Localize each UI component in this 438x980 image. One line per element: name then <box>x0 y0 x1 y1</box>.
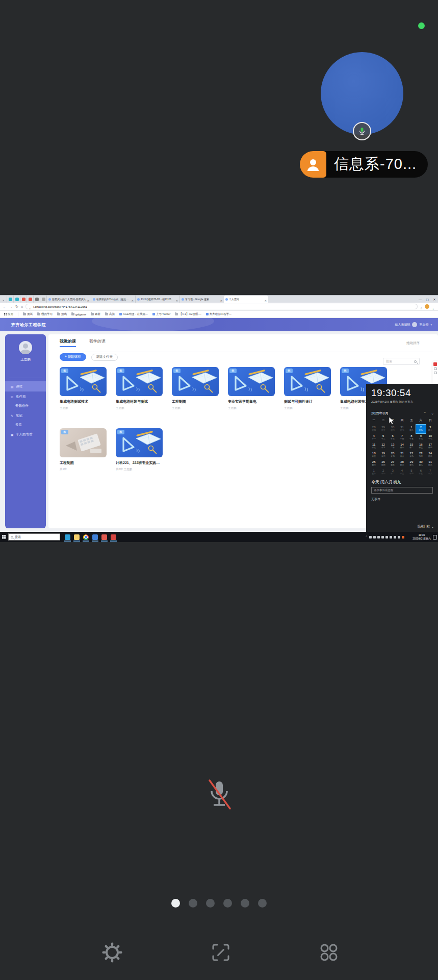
calendar-day[interactable]: 23七月 <box>416 451 425 459</box>
sidebar-item-云盘[interactable]: 云盘 <box>5 421 46 429</box>
calendar-day[interactable]: 8十五 <box>407 433 416 442</box>
start-button[interactable] <box>0 532 8 542</box>
course-card[interactable]: 教专业实践学期集电王思鹏 <box>228 367 275 410</box>
bookmark-item[interactable]: galgame <box>71 313 86 316</box>
tab-search-icon[interactable]: ⌄ <box>0 296 7 303</box>
course-card[interactable]: 教工程制图王思鹏 <box>172 367 219 410</box>
tab-close-icon[interactable] <box>265 296 267 303</box>
pager-dot[interactable] <box>171 899 180 908</box>
pinned-tab[interactable] <box>33 296 40 303</box>
calendar-day[interactable]: 1初十 <box>369 468 378 477</box>
tray-icon[interactable] <box>385 536 388 538</box>
pinned-tab[interactable] <box>20 296 27 303</box>
settings-gear-icon[interactable] <box>101 941 123 964</box>
sidebar-item-课程[interactable]: ▤课程 <box>5 381 46 391</box>
calendar-day[interactable]: 19廿六 <box>378 451 388 459</box>
close-icon[interactable]: ✕ <box>431 296 438 303</box>
course-card[interactable]: 教工程制图共1班 <box>60 428 107 471</box>
sidebar-item-收件箱[interactable]: ✉收件箱 <box>5 391 46 402</box>
calendar-month-label[interactable]: 2025年8月 <box>371 411 388 416</box>
drag-sort-link[interactable]: 拖动排序 <box>406 341 420 346</box>
course-card[interactable]: 教计科221、222班专业实践学期共6班 王思鹏 <box>116 428 163 471</box>
calendar-day[interactable]: 27初五 <box>388 459 397 468</box>
calendar-day[interactable]: 7十六 <box>426 468 435 477</box>
taskbar-app-icon[interactable] <box>110 533 117 542</box>
calendar-day[interactable]: 14廿一 <box>397 442 406 451</box>
bookmark-item[interactable]: 我的学习 <box>37 312 53 316</box>
tray-expand-icon[interactable]: ⌃ <box>365 536 368 538</box>
bookmark-item[interactable]: 素材 <box>91 312 100 316</box>
tray-icon[interactable] <box>390 536 392 538</box>
tray-icon[interactable] <box>373 536 376 538</box>
calendar-day[interactable]: 4十三 <box>397 468 406 477</box>
calendar-day[interactable]: 15廿二 <box>407 442 416 451</box>
taskbar-app-icon[interactable] <box>73 533 80 542</box>
calendar-day[interactable]: 17廿四 <box>426 442 435 451</box>
tray-icon[interactable] <box>398 536 400 538</box>
widget-icon[interactable] <box>434 368 437 370</box>
sidebar-item-笔记[interactable]: ✎笔记 <box>5 410 46 421</box>
calendar-day[interactable]: 7十四 <box>397 433 406 442</box>
participant-mic-button[interactable] <box>353 122 371 140</box>
calendar-day[interactable]: 28初六 <box>397 459 406 468</box>
maximize-icon[interactable]: ▢ <box>424 296 431 303</box>
bookmark-item[interactable]: 齐齐哈尔工程学... <box>206 312 231 316</box>
floating-side-widget[interactable] <box>432 361 438 385</box>
bookmark-item[interactable]: 应用 <box>4 312 13 316</box>
portal-user-avatar[interactable] <box>412 322 417 327</box>
bookmark-item[interactable]: 游戏 <box>57 312 67 316</box>
minimize-share-icon[interactable] <box>210 941 232 964</box>
pager-dot[interactable] <box>206 899 215 908</box>
tray-icon[interactable] <box>381 536 384 538</box>
pager-dot[interactable] <box>241 899 249 908</box>
site-info-icon[interactable] <box>29 302 31 311</box>
calendar-day[interactable]: 29初五 <box>378 425 388 433</box>
pager-dot[interactable] <box>258 899 267 908</box>
calendar-day[interactable]: 12十九 <box>378 442 388 451</box>
calendar-day[interactable]: 10十七 <box>426 433 435 442</box>
calendar-day[interactable]: 9十六 <box>416 433 425 442</box>
address-bar[interactable]: i.chaoxing.com/base?t=1754134113561 <box>25 304 418 309</box>
calendar-day[interactable]: 6十五 <box>416 468 425 477</box>
pager-dot[interactable] <box>189 899 197 908</box>
browser-tab[interactable]: 个人空间 <box>224 296 268 303</box>
portal-user-name[interactable]: 王老师 <box>419 323 428 327</box>
shared-screen[interactable]: ⌄ 超星买人的个人空间-超星买人哈弗家的车7un公众（报总览）13.3寸视齐76… <box>0 295 438 542</box>
pinned-tab[interactable] <box>13 296 20 303</box>
action-center-icon[interactable] <box>433 535 437 540</box>
participant-avatar[interactable] <box>321 52 403 135</box>
calendar-day[interactable]: 26初四 <box>378 459 388 468</box>
calendar-day[interactable]: 31初九 <box>426 459 435 468</box>
home-icon[interactable]: ⌂ <box>21 305 23 308</box>
calendar-day[interactable]: 3初十 <box>426 425 435 433</box>
back-icon[interactable]: ← <box>3 305 7 308</box>
tray-icon[interactable] <box>377 536 380 538</box>
tray-icon[interactable] <box>369 536 372 538</box>
calendar-day[interactable]: 4十一 <box>369 433 378 442</box>
tab-close-icon[interactable] <box>132 296 134 303</box>
calendar-prev-icon[interactable]: ⌃ <box>423 411 426 415</box>
new-folder-button[interactable]: 新建文件夹 <box>91 354 118 361</box>
reload-icon[interactable]: ↻ <box>15 305 18 309</box>
course-card[interactable]: 教测试与可测性设计王思鹏 <box>284 367 331 410</box>
taskbar-app-icon[interactable] <box>64 533 71 542</box>
forward-icon[interactable]: → <box>9 305 13 308</box>
calendar-day[interactable]: 25初三 <box>369 459 378 468</box>
tray-icon[interactable] <box>402 536 404 538</box>
calendar-day[interactable]: 6十三 <box>388 433 397 442</box>
calendar-day[interactable]: 3十二 <box>388 468 397 477</box>
minimize-icon[interactable]: — <box>417 296 424 303</box>
calendar-day[interactable]: 29初七 <box>407 459 416 468</box>
pager-dot[interactable] <box>223 899 232 908</box>
calendar-day[interactable]: 2初九 <box>416 425 425 433</box>
browser-tab[interactable]: 哈弗家的车7un公众（报总览） <box>91 296 135 303</box>
calendar-next-icon[interactable]: ⌄ <box>431 411 434 415</box>
calendar-day[interactable]: 30初六 <box>388 425 397 433</box>
hide-agenda-link[interactable]: 隐藏日程⌄ <box>418 524 434 529</box>
course-card[interactable]: 教集成电路封装与测试王思鹏 <box>116 367 163 410</box>
taskbar-app-icon[interactable] <box>101 533 108 542</box>
bookmark-item[interactable]: 测试 <box>23 312 33 316</box>
calendar-day[interactable]: 18廿五 <box>369 451 378 459</box>
sidebar-avatar[interactable] <box>19 341 32 354</box>
calendar-day[interactable]: 1初八 <box>407 425 416 433</box>
